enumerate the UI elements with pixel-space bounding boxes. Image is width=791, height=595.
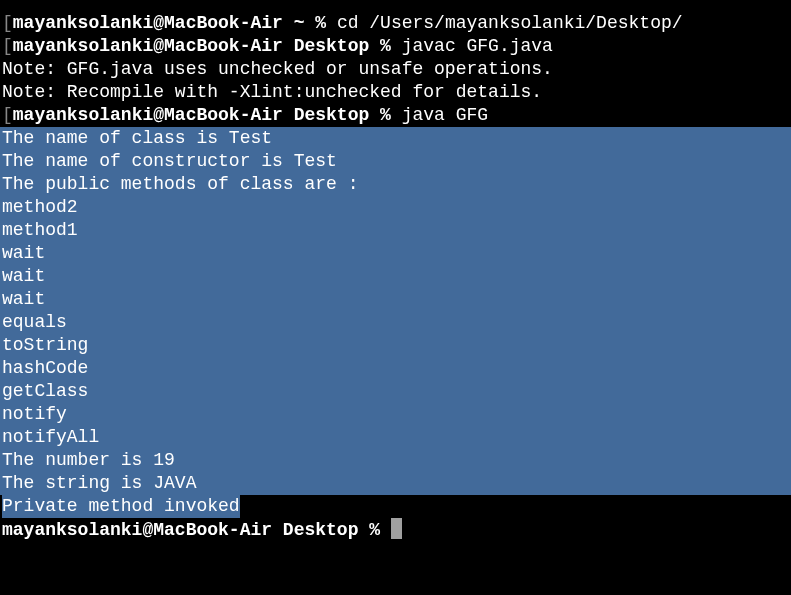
terminal-window[interactable]: [mayanksolanki@MacBook-Air ~ % cd /Users… bbox=[0, 12, 791, 595]
selected-output: equals bbox=[0, 311, 791, 334]
prompt: mayanksolanki@MacBook-Air Desktop % bbox=[2, 520, 391, 540]
prompt: mayanksolanki@MacBook-Air Desktop % bbox=[13, 105, 402, 125]
command-line: [mayanksolanki@MacBook-Air Desktop % jav… bbox=[0, 104, 791, 127]
selected-output: wait bbox=[0, 265, 791, 288]
selected-output: method2 bbox=[0, 196, 791, 219]
selected-output: getClass bbox=[0, 380, 791, 403]
selected-output: notify bbox=[0, 403, 791, 426]
cursor-icon bbox=[391, 518, 402, 539]
selected-output: The number is 19 bbox=[0, 449, 791, 472]
selected-output: notifyAll bbox=[0, 426, 791, 449]
command-line: [mayanksolanki@MacBook-Air Desktop % jav… bbox=[0, 35, 791, 58]
selected-output: method1 bbox=[0, 219, 791, 242]
selected-output: The name of constructor is Test bbox=[0, 150, 791, 173]
prompt: mayanksolanki@MacBook-Air Desktop % bbox=[13, 36, 402, 56]
prompt-line: mayanksolanki@MacBook-Air Desktop % bbox=[0, 518, 791, 542]
output-line-partial: Private method invoked bbox=[0, 495, 791, 518]
command-text: cd /Users/mayanksolanki/Desktop/ bbox=[337, 13, 683, 33]
selected-output: hashCode bbox=[0, 357, 791, 380]
selected-output: wait bbox=[0, 242, 791, 265]
selected-output: The public methods of class are : bbox=[0, 173, 791, 196]
command-text: javac GFG.java bbox=[402, 36, 553, 56]
selected-output: toString bbox=[0, 334, 791, 357]
selected-output: The string is JAVA bbox=[0, 472, 791, 495]
bracket-icon: [ bbox=[2, 105, 13, 125]
output-line: Note: GFG.java uses unchecked or unsafe … bbox=[0, 58, 791, 81]
selected-output: Private method invoked bbox=[2, 495, 240, 518]
bracket-icon: [ bbox=[2, 36, 13, 56]
selected-output: wait bbox=[0, 288, 791, 311]
selected-output: The name of class is Test bbox=[0, 127, 791, 150]
output-line: Note: Recompile with -Xlint:unchecked fo… bbox=[0, 81, 791, 104]
prompt: mayanksolanki@MacBook-Air ~ % bbox=[13, 13, 337, 33]
bracket-icon: [ bbox=[2, 13, 13, 33]
command-text: java GFG bbox=[402, 105, 488, 125]
command-line: [mayanksolanki@MacBook-Air ~ % cd /Users… bbox=[0, 12, 791, 35]
